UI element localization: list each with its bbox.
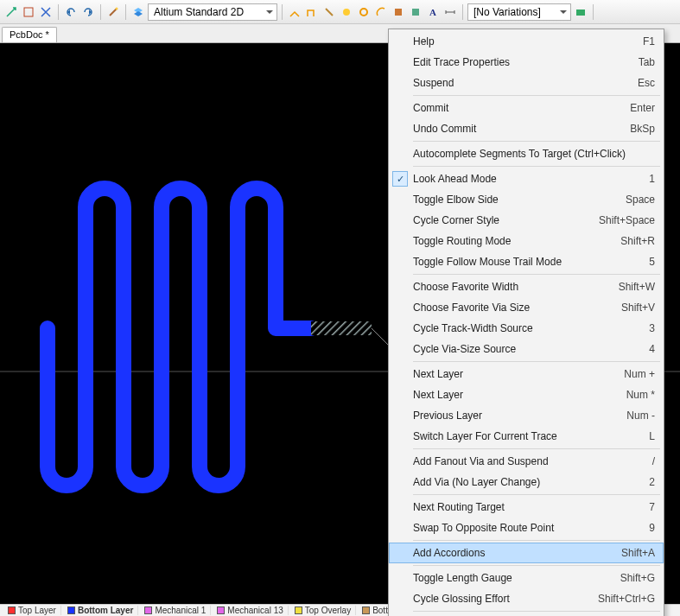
menu-item-label: Look Ahead Mode <box>413 173 639 185</box>
menu-item[interactable]: Cycle Glossing EffortShift+Ctrl+G <box>389 588 664 609</box>
menu-item-shortcut: 2 <box>649 476 655 488</box>
view-config-combo[interactable]: Altium Standard 2D <box>148 3 277 21</box>
layer-name: Top Layer <box>18 606 56 615</box>
variations-icon[interactable] <box>573 4 588 20</box>
layer-tab[interactable]: Bottom Layer <box>63 606 138 615</box>
poly-icon[interactable] <box>408 4 423 20</box>
menu-item[interactable]: ✓Look Ahead Mode1 <box>389 168 664 189</box>
text-icon[interactable]: A <box>425 4 441 20</box>
menu-item-label: Cycle Track-Width Source <box>413 322 639 334</box>
menu-item[interactable]: Add Via (No Layer Change)2 <box>389 472 664 492</box>
layer-tab[interactable]: Top Overlay <box>290 606 356 615</box>
variations-combo[interactable]: [No Variations] <box>467 3 571 21</box>
menu-item-label: Choose Favorite Width <box>413 281 608 293</box>
menu-item[interactable]: Toggle Elbow SideSpace <box>389 189 664 210</box>
menu-item[interactable]: Add AccordionsShift+A <box>389 543 664 563</box>
layer-color-swatch <box>8 606 16 614</box>
menu-item-label: Switch Layer For Current Trace <box>413 430 639 442</box>
route-icon-3[interactable] <box>321 4 337 20</box>
menu-item[interactable]: Toggle Length GaugeShift+G <box>389 568 664 588</box>
menu-separator <box>413 611 660 612</box>
menu-item[interactable]: Autocomplete Segments To Target (Ctrl+Cl… <box>389 143 664 164</box>
svg-rect-4 <box>395 9 402 16</box>
layer-tab[interactable]: Mechanical 1 <box>140 606 211 615</box>
menu-item[interactable]: Add Fanout Via and Suspend/ <box>389 451 664 472</box>
menu-item[interactable]: Cycle Corner StyleShift+Space <box>389 210 664 231</box>
tool-icon-3[interactable] <box>38 4 54 20</box>
menu-item-label: Toggle Follow Mouse Trail Mode <box>413 256 639 268</box>
arc-icon[interactable] <box>373 4 389 20</box>
menu-separator <box>413 565 660 566</box>
menu-item-label: Choose Favorite Via Size <box>413 302 611 314</box>
menu-item-shortcut: 7 <box>649 501 655 513</box>
route-icon-1[interactable] <box>287 4 302 20</box>
menu-item-label: Toggle Elbow Side <box>413 194 615 206</box>
route-icon-2[interactable] <box>304 4 320 20</box>
menu-item[interactable]: Swap To Opposite Route Point9 <box>389 518 664 538</box>
menu-item[interactable]: SuspendEsc <box>389 73 664 93</box>
wand-icon[interactable] <box>105 4 121 20</box>
via-icon[interactable] <box>339 4 354 20</box>
menu-item-label: Help <box>413 35 632 48</box>
tool-icon-1[interactable] <box>3 4 19 20</box>
menu-item-label: Commit <box>413 102 620 114</box>
menu-item-shortcut: Shift+Ctrl+G <box>598 593 655 605</box>
layer-name: Top Overlay <box>305 606 351 615</box>
toolbar-separator <box>125 4 126 20</box>
menu-item-label: Next Layer <box>413 368 613 380</box>
dimension-icon[interactable] <box>442 4 458 20</box>
menu-item[interactable]: Switch Layer For Current TraceL <box>389 426 664 447</box>
menu-item-shortcut: F1 <box>643 35 655 48</box>
document-tab-label: PcbDoc * <box>10 29 49 40</box>
layer-tab[interactable]: Mechanical 13 <box>213 606 288 615</box>
redo-icon[interactable] <box>80 4 96 20</box>
layers-icon[interactable] <box>130 4 146 20</box>
menu-item-label: Edit Trace Properties <box>413 56 628 68</box>
menu-item[interactable]: Toggle Follow Mouse Trail Mode5 <box>389 251 664 272</box>
check-icon: ✓ <box>392 171 408 187</box>
menu-item-shortcut: Esc <box>638 77 655 89</box>
menu-item-label: Add Accordions <box>413 547 611 559</box>
menu-item[interactable]: Previous LayerNum - <box>389 405 664 426</box>
menu-item[interactable]: Next LayerNum * <box>389 384 664 405</box>
menu-separator <box>413 166 660 167</box>
menu-item[interactable]: Next LayerNum + <box>389 364 664 384</box>
menu-separator <box>413 95 660 96</box>
menu-item-label: Previous Layer <box>413 410 616 422</box>
pad-icon[interactable] <box>356 4 372 20</box>
menu-item-label: Swap To Opposite Route Point <box>413 522 639 534</box>
menu-item-label: Next Routing Target <box>413 501 639 513</box>
menu-item[interactable]: Choose Favorite Via SizeShift+V <box>389 297 664 318</box>
toolbar-separator <box>462 4 463 20</box>
menu-item[interactable]: Toggle Routing ModeShift+R <box>389 231 664 251</box>
menu-item-shortcut: Num * <box>626 389 655 401</box>
menu-separator <box>413 141 660 142</box>
tool-icon-2[interactable] <box>21 4 36 20</box>
layer-tab[interactable]: Top Layer <box>3 606 61 615</box>
toolbar-separator <box>593 4 594 20</box>
menu-item[interactable]: Undo CommitBkSp <box>389 118 664 139</box>
menu-item-shortcut: 5 <box>649 256 655 268</box>
menu-item-label: Cycle Glossing Effort <box>413 593 588 605</box>
layer-color-swatch <box>362 606 370 614</box>
menu-item-shortcut: BkSp <box>630 123 655 135</box>
menu-item[interactable]: Edit Trace PropertiesTab <box>389 52 664 73</box>
menu-separator <box>413 274 660 275</box>
fill-icon[interactable] <box>391 4 406 20</box>
menu-item-shortcut: 4 <box>649 343 655 355</box>
menu-item[interactable]: Next Routing Target7 <box>389 497 664 518</box>
menu-item[interactable]: Cycle Via-Size Source4 <box>389 339 664 359</box>
menu-item-shortcut: Num + <box>624 368 655 380</box>
menu-item-shortcut: Shift+W <box>619 281 655 293</box>
menu-item[interactable]: HelpF1 <box>389 31 664 52</box>
menu-item[interactable]: Choose Favorite WidthShift+W <box>389 276 664 297</box>
undo-icon[interactable] <box>63 4 79 20</box>
toolbar-separator <box>100 4 101 20</box>
menu-item[interactable]: Cycle Track-Width Source3 <box>389 318 664 339</box>
layer-color-swatch <box>144 606 152 614</box>
menu-separator <box>413 540 660 541</box>
menu-item-shortcut: Enter <box>630 102 655 114</box>
document-tab[interactable]: PcbDoc * <box>2 27 57 42</box>
layer-color-swatch <box>217 606 225 614</box>
menu-item[interactable]: CommitEnter <box>389 98 664 118</box>
